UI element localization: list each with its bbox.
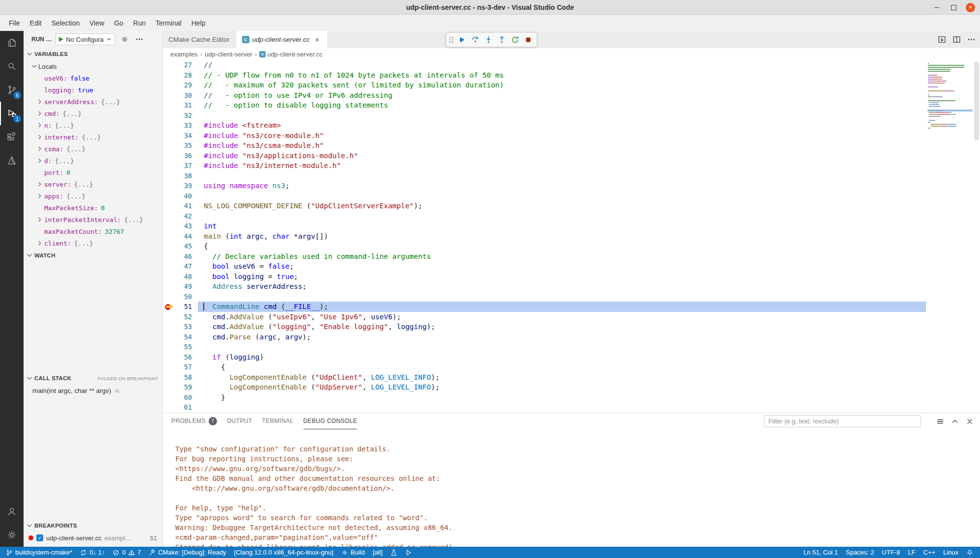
chevron-right-icon[interactable] xyxy=(36,157,44,164)
gutter[interactable]: 61 xyxy=(163,402,198,413)
launch-button[interactable] xyxy=(401,547,416,558)
gutter[interactable]: 29 xyxy=(163,80,198,90)
code-line[interactable]: 49 Address serverAddress; xyxy=(163,281,926,292)
gutter[interactable]: 36 xyxy=(163,151,198,161)
code-line[interactable]: 54 cmd.Parse (argc, argv); xyxy=(163,332,926,342)
activity-run-debug[interactable]: 1 xyxy=(0,102,24,125)
variable-row[interactable]: port:0 xyxy=(24,167,162,178)
gutter[interactable]: 46 xyxy=(163,251,198,262)
gutter[interactable]: 38 xyxy=(163,171,198,181)
build-target[interactable]: [all] xyxy=(369,547,386,558)
chevron-right-icon[interactable] xyxy=(36,122,44,129)
tab-problems[interactable]: PROBLEMS 7 xyxy=(171,413,217,429)
variable-row[interactable]: maxPacketCount:32767 xyxy=(24,225,162,237)
menu-run[interactable]: Run xyxy=(128,17,151,29)
editor-scrollbar[interactable] xyxy=(973,60,980,413)
gutter[interactable]: 58 xyxy=(163,372,198,383)
code-line[interactable]: 56 if (logging) xyxy=(163,352,926,363)
gutter[interactable]: 51 xyxy=(163,302,198,312)
breakpoint-checkbox[interactable] xyxy=(36,534,43,541)
close-button[interactable] xyxy=(966,3,975,12)
code-line[interactable]: 42 xyxy=(163,211,926,222)
variable-row[interactable]: csma:{...} xyxy=(24,143,162,155)
gutter[interactable]: 54 xyxy=(163,332,198,342)
os-indicator[interactable]: Linux xyxy=(939,547,962,558)
gutter[interactable]: 56 xyxy=(163,352,198,363)
variable-row[interactable]: server:{...} xyxy=(24,178,162,190)
git-branch-status[interactable]: buildsystem-cmake* xyxy=(2,547,76,558)
gutter[interactable]: 49 xyxy=(163,281,198,292)
gutter[interactable]: 27 xyxy=(163,60,198,70)
tab-debug-console[interactable]: DEBUG CONSOLE xyxy=(303,413,357,429)
code-line[interactable]: 61 xyxy=(163,402,926,413)
code-line[interactable]: 53 cmd.AddValue ("logging", "Enable logg… xyxy=(163,322,926,332)
code-editor[interactable]: 27//28// - UDP flow from n0 to n1 of 102… xyxy=(163,60,980,413)
menu-terminal[interactable]: Terminal xyxy=(151,17,187,29)
code-line[interactable]: 60 } xyxy=(163,392,926,403)
test-button[interactable] xyxy=(386,547,401,558)
notifications-button[interactable] xyxy=(962,547,977,558)
gutter[interactable]: 44 xyxy=(163,231,198,242)
chevron-right-icon[interactable] xyxy=(36,193,44,199)
debug-console[interactable]: Type "show configuration" for configurat… xyxy=(163,429,980,547)
debug-settings-gear-icon[interactable] xyxy=(119,34,130,45)
gutter[interactable]: 50 xyxy=(163,292,198,302)
code-line[interactable]: 35#include "ns3/csma-module.h" xyxy=(163,140,926,151)
active-kit[interactable]: [Clang 12.0.0 x86_64-pc-linux-gnu] xyxy=(230,547,337,558)
tab-udp-client-server[interactable]: C udp-client-server.cc xyxy=(236,31,328,48)
gutter[interactable]: 48 xyxy=(163,272,198,282)
maximize-button[interactable] xyxy=(949,3,958,12)
gutter[interactable]: 35 xyxy=(163,140,198,151)
chevron-right-icon[interactable] xyxy=(36,145,44,152)
code-line[interactable]: 58 LogComponentEnable ("UdpClient", LOG_… xyxy=(163,372,926,383)
code-line[interactable]: 57 { xyxy=(163,362,926,372)
code-line[interactable]: 30// - option to use IPv4 or IPv6 addres… xyxy=(163,90,926,101)
code-line[interactable]: 39using namespace ns3; xyxy=(163,181,926,191)
console-filter-input[interactable] xyxy=(764,415,921,427)
code-line[interactable]: 29// - maximum of 320 packets sent (or l… xyxy=(163,80,926,90)
code-line[interactable]: 36#include "ns3/applications-module.h" xyxy=(163,151,926,161)
gutter[interactable]: 33 xyxy=(163,120,198,131)
variable-row[interactable]: interPacketInterval:{...} xyxy=(24,214,162,225)
code-line[interactable]: 41NS_LOG_COMPONENT_DEFINE ("UdpClientSer… xyxy=(163,201,926,211)
variable-row[interactable]: MaxPacketSize:0 xyxy=(24,202,162,214)
code-line[interactable]: 51 CommandLine cmd (__FILE__); xyxy=(163,302,926,312)
gutter[interactable]: 45 xyxy=(163,241,198,251)
watch-section-header[interactable]: WATCH xyxy=(24,249,162,262)
code-line[interactable]: 37#include "ns3/internet-module.h" xyxy=(163,161,926,171)
continue-button[interactable] xyxy=(455,33,468,46)
breadcrumb-udp-client-server[interactable]: udp-client-server xyxy=(205,51,252,58)
chevron-right-icon[interactable] xyxy=(36,110,44,117)
close-tab-icon[interactable] xyxy=(313,35,322,44)
variable-row[interactable]: apps:{...} xyxy=(24,190,162,202)
variable-row[interactable]: serverAddress:{...} xyxy=(24,96,162,108)
menu-view[interactable]: View xyxy=(84,17,109,29)
indentation-setting[interactable]: Spaces: 2 xyxy=(842,547,878,558)
minimize-button[interactable] xyxy=(932,3,941,12)
gutter[interactable]: 39 xyxy=(163,181,198,191)
language-mode[interactable]: C++ xyxy=(919,547,939,558)
encoding-setting[interactable]: UTF-8 xyxy=(878,547,904,558)
gutter[interactable]: 53 xyxy=(163,322,198,332)
step-out-button[interactable] xyxy=(495,33,508,46)
chevron-right-icon[interactable] xyxy=(36,181,44,188)
variable-row[interactable]: n:{...} xyxy=(24,119,162,131)
locals-scope-row[interactable]: Locals xyxy=(24,60,162,72)
activity-accounts[interactable] xyxy=(0,500,24,523)
tab-output[interactable]: OUTPUT xyxy=(227,413,252,429)
cmake-build-button[interactable]: Build xyxy=(337,547,369,558)
step-into-button[interactable] xyxy=(482,33,495,46)
tab-cmake-cache-editor[interactable]: CMake Cache Editor xyxy=(163,31,236,48)
code-line[interactable]: 45{ xyxy=(163,241,926,251)
activity-search[interactable] xyxy=(0,55,24,78)
code-line[interactable]: 46 // Declare variables used in command-… xyxy=(163,251,926,262)
chevron-right-icon[interactable] xyxy=(36,240,44,247)
close-panel-icon[interactable] xyxy=(965,417,974,426)
chevron-right-icon[interactable] xyxy=(36,216,44,223)
toolbar-drag-handle[interactable] xyxy=(448,34,454,45)
problems-status[interactable]: 0 7 xyxy=(109,547,144,558)
call-stack-frame-row[interactable]: main(int argc, char ** argv) u. xyxy=(24,385,162,396)
variable-row[interactable]: useV6:false xyxy=(24,72,162,84)
step-over-button[interactable] xyxy=(468,33,482,46)
activity-cmake[interactable] xyxy=(0,149,24,172)
